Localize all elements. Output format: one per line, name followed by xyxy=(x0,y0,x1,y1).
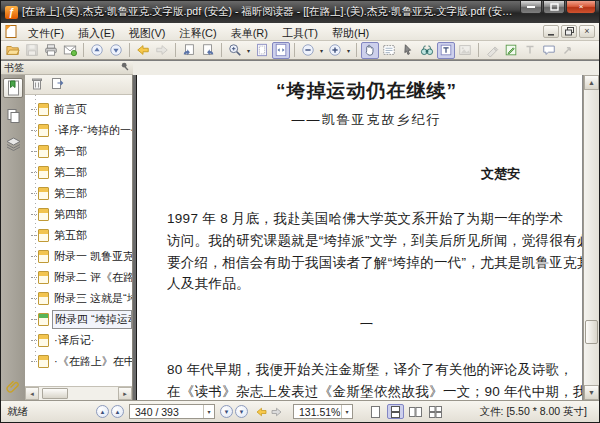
find-button[interactable] xyxy=(418,42,436,59)
bookmark-item[interactable]: 第五部 xyxy=(31,225,132,246)
next-view-button[interactable] xyxy=(270,406,283,418)
zoom-in-button[interactable] xyxy=(326,42,344,59)
tab-attachments[interactable] xyxy=(3,376,23,396)
bookmark-item[interactable]: 第一部 xyxy=(31,141,132,162)
tab-pages[interactable] xyxy=(3,106,23,126)
delete-bookmark-button[interactable] xyxy=(31,76,43,94)
rotate-left-button[interactable] xyxy=(180,42,198,59)
hand-tool-button[interactable] xyxy=(361,42,379,59)
pages-tab-icon xyxy=(6,108,21,124)
child-close-button[interactable]: × xyxy=(579,25,595,38)
zoom-dropdown-icon[interactable]: ▾ xyxy=(341,405,352,418)
snapshot-button[interactable] xyxy=(456,42,474,59)
page-number-field[interactable]: 340 / 393 ▾ xyxy=(129,404,215,419)
prev-page-button[interactable]: ▲ xyxy=(111,405,124,418)
fit-width-button[interactable] xyxy=(272,42,290,59)
next-view-button[interactable] xyxy=(107,42,125,59)
facing-layout-button[interactable] xyxy=(407,404,424,419)
bookmarks-panel-title: 书签 xyxy=(4,61,24,75)
bookmarks-horizontal-scrollbar[interactable]: ◂ ▸ xyxy=(25,386,132,400)
bookmark-item[interactable]: 第二部 xyxy=(31,162,132,183)
document-icon xyxy=(5,25,17,38)
vertical-scroll-track[interactable] xyxy=(584,90,599,385)
menu-item[interactable]: 视图(V) xyxy=(122,25,173,41)
next-page-button[interactable]: ▼ xyxy=(220,405,233,418)
zoom-in-dropdown[interactable]: ▾ xyxy=(345,47,352,54)
previous-view-button[interactable] xyxy=(255,406,268,418)
share-button[interactable] xyxy=(559,42,577,59)
first-page-button[interactable]: ▲ xyxy=(96,405,109,418)
rotate-right-button[interactable] xyxy=(199,42,217,59)
pin-icon[interactable] xyxy=(121,62,130,73)
back-button[interactable] xyxy=(134,42,152,59)
email-button[interactable] xyxy=(61,42,79,59)
close-button[interactable]: × xyxy=(566,1,596,14)
menu-item[interactable]: 工具(T) xyxy=(275,25,325,41)
continuous-layout-button[interactable] xyxy=(387,404,404,419)
page-number-value: 340 / 393 xyxy=(130,406,203,418)
menu-item[interactable]: 插入(E) xyxy=(71,25,122,41)
select-text-button[interactable] xyxy=(380,42,398,59)
menu-item[interactable]: 文件(F) xyxy=(21,25,71,41)
vertical-scroll-thumb[interactable] xyxy=(585,320,598,344)
menu-item[interactable]: 注释(C) xyxy=(172,25,223,41)
highlighter-button[interactable] xyxy=(483,42,501,59)
bookmark-item[interactable]: 附录四 “垮掉运动仍在 xyxy=(31,309,132,330)
pdf-page[interactable]: “垮掉运动仍在继续” ——凯鲁亚克故乡纪行 文楚安 1997 年 8 月底，我赴… xyxy=(136,75,583,400)
vertical-scrollbar[interactable]: ▲ ▼ xyxy=(583,75,599,400)
print-button[interactable] xyxy=(42,42,60,59)
bookmark-item[interactable]: 第四部 xyxy=(31,204,132,225)
save-button[interactable] xyxy=(23,42,41,59)
select-annotation-button[interactable] xyxy=(399,42,417,59)
toolbar-separator xyxy=(221,43,222,57)
zoom-tool-dropdown[interactable]: ▾ xyxy=(245,47,252,54)
zoom-field[interactable]: 131.51% ▾ xyxy=(293,404,353,419)
page-dropdown-icon[interactable]: ▾ xyxy=(203,405,214,418)
continuous-facing-layout-button[interactable] xyxy=(427,404,444,419)
maximize-button[interactable] xyxy=(543,1,565,14)
comment-bubble-icon xyxy=(542,43,556,57)
article-subtitle: ——凯鲁亚克故乡纪行 xyxy=(167,111,566,129)
bookmark-item[interactable]: 附录一 凯鲁亚克年谱 xyxy=(31,246,132,267)
bookmark-item[interactable]: 附录二 评《在路上》 xyxy=(31,267,132,288)
fit-page-button[interactable] xyxy=(253,42,271,59)
scroll-up-button[interactable]: ▲ xyxy=(584,75,599,90)
minimize-button[interactable] xyxy=(520,1,542,14)
bookmark-label: 第三部 xyxy=(52,185,89,202)
tab-layers[interactable] xyxy=(3,134,23,154)
scroll-left-button[interactable]: ◂ xyxy=(25,387,39,400)
scroll-right-button[interactable]: ▸ xyxy=(118,387,132,400)
forward-button[interactable] xyxy=(153,42,171,59)
zoom-out-dropdown[interactable]: ▾ xyxy=(318,47,325,54)
bookmark-label: 附录三 这就是“垮掉的 xyxy=(52,290,132,307)
text-viewer-button[interactable] xyxy=(437,42,455,59)
child-minimize-button[interactable] xyxy=(543,25,559,38)
comment-button[interactable] xyxy=(540,42,558,59)
bookmark-item[interactable]: ·《在路上》在中国·— xyxy=(31,351,132,372)
tab-bookmarks[interactable] xyxy=(3,78,23,98)
menu-item[interactable]: 帮助(H) xyxy=(325,25,376,41)
bookmark-item[interactable]: 第三部 xyxy=(31,183,132,204)
open-button[interactable] xyxy=(4,42,22,59)
prev-view-button[interactable] xyxy=(88,42,106,59)
single-page-layout-button[interactable] xyxy=(367,404,384,419)
bookmark-label: ·译后记· xyxy=(52,332,96,349)
horizontal-scroll-thumb[interactable] xyxy=(42,388,68,399)
bookmark-label: 第四部 xyxy=(52,206,89,223)
note-edit-button[interactable] xyxy=(502,42,520,59)
bookmark-item[interactable]: 附录三 这就是“垮掉的 xyxy=(31,288,132,309)
layers-tab-icon xyxy=(6,137,21,151)
typewriter-button[interactable] xyxy=(521,42,539,59)
menu-item[interactable]: 表单(R) xyxy=(224,25,275,41)
last-page-button[interactable]: ▼ xyxy=(235,405,248,418)
zoom-tool-button[interactable] xyxy=(226,42,244,59)
bookmark-item[interactable]: ·译序·“垮掉的一代”、 xyxy=(31,120,132,141)
child-restore-button[interactable] xyxy=(561,25,577,38)
expand-bookmark-button[interactable] xyxy=(51,76,64,94)
zoom-out-button[interactable] xyxy=(299,42,317,59)
bookmark-list: 前言页 ·译序·“垮掉的一代”、 第一部 第二部 第三部 xyxy=(25,95,132,386)
bookmark-item[interactable]: 前言页 xyxy=(31,99,132,120)
horizontal-scroll-track[interactable] xyxy=(39,387,118,400)
scroll-down-button[interactable]: ▼ xyxy=(584,385,599,400)
bookmark-item[interactable]: ·译后记· xyxy=(31,330,132,351)
